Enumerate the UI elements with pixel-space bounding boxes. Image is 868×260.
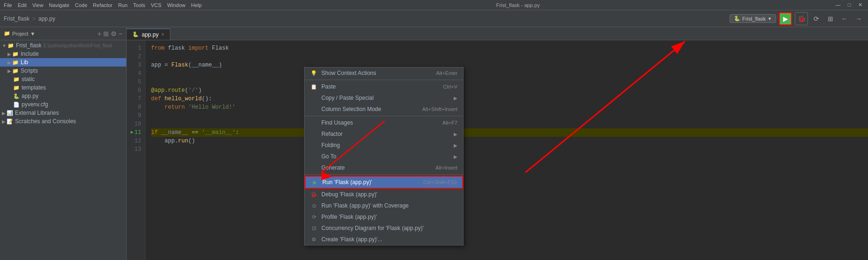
- ctx-show-context-actions[interactable]: 💡 Show Context Actions Alt+Enter: [305, 67, 463, 79]
- line-num-10: 10: [127, 120, 141, 128]
- main-toolbar: Frist_flask > app.py 🐍 Frist_flask ▼ ▶ 🐞…: [0, 10, 868, 27]
- menu-navigate[interactable]: Navigate: [49, 2, 69, 8]
- expand-arrow-scripts: ▶: [8, 68, 11, 74]
- pyvenv-icon: 📄: [13, 102, 20, 108]
- run-config-dropdown-icon: ▼: [768, 16, 772, 21]
- coverage-button[interactable]: ⟳: [811, 13, 822, 24]
- tree-templates[interactable]: 📁 templates: [0, 83, 126, 92]
- settings-icon[interactable]: ⚙: [111, 30, 117, 37]
- toolbar-actions: 🐍 Frist_flask ▼ ▶ 🐞 ⟳ ⊞ ← →: [730, 12, 864, 25]
- ctx-folding[interactable]: Folding ▶: [305, 140, 463, 151]
- tab-bar: 🐍 app.py ×: [127, 27, 868, 40]
- lib-folder-icon: 📁: [12, 59, 19, 66]
- ctx-debug-label: Debug 'Flask (app.py)': [321, 191, 377, 198]
- menu-code[interactable]: Code: [75, 2, 87, 8]
- code-editor[interactable]: 1 2 3 4 5 6 7 8 9 10 ▶11 12 13 from flas…: [127, 40, 868, 260]
- ctx-profile-icon: ⟳: [310, 214, 318, 220]
- profile-button[interactable]: ⊞: [825, 13, 836, 24]
- tree-pyvenv[interactable]: 📄 pyvenv.cfg: [0, 100, 126, 109]
- window-controls[interactable]: — □ ✕: [834, 2, 864, 8]
- breadcrumb-project[interactable]: Frist_flask: [4, 15, 30, 22]
- menu-window[interactable]: Window: [167, 2, 185, 8]
- run-configuration[interactable]: 🐍 Frist_flask ▼: [730, 14, 776, 23]
- forward-button[interactable]: →: [853, 13, 864, 24]
- root-path: E:\python\pythonWork\Frist_flask: [44, 43, 113, 48]
- pyvenv-label: pyvenv.cfg: [22, 101, 48, 108]
- tree-app-py[interactable]: 🐍 app.py: [0, 92, 126, 100]
- ctx-copy-paste-special[interactable]: Copy / Paste Special ▶: [305, 92, 463, 104]
- line-num-1: 1: [127, 44, 141, 52]
- app-py-icon: 🐍: [13, 93, 20, 99]
- ctx-generate[interactable]: Generate Alt+Insert: [305, 162, 463, 173]
- ctx-divider-2: [305, 116, 463, 116]
- debug-button[interactable]: 🐞: [795, 12, 808, 25]
- menu-refactor[interactable]: Refactor: [93, 2, 113, 8]
- line-num-12: 12: [127, 137, 141, 145]
- collapse-all-icon[interactable]: ⊞: [103, 30, 109, 37]
- tree-scratches[interactable]: ▶ 📝 Scratches and Consoles: [0, 117, 126, 126]
- sidebar-actions[interactable]: + ⊞ ⚙ −: [98, 30, 122, 37]
- ctx-debug-flask[interactable]: 🐞 Debug 'Flask (app.py)': [305, 189, 463, 200]
- back-button[interactable]: ←: [839, 13, 850, 24]
- line-num-13: 13: [127, 145, 141, 154]
- sidebar-title-label: Project: [12, 31, 28, 37]
- ctx-copy-paste-arrow: ▶: [454, 96, 457, 101]
- ctx-paste-shortcut: Ctrl+V: [443, 84, 457, 89]
- minimize-sidebar-icon[interactable]: −: [119, 30, 122, 37]
- add-icon[interactable]: +: [98, 30, 101, 37]
- ctx-refactor[interactable]: Refactor ▶: [305, 128, 463, 140]
- tree-static[interactable]: 📁 static: [0, 75, 126, 83]
- window-title: Frist_flask - app.py: [496, 2, 540, 8]
- lib-label: Lib: [21, 59, 28, 66]
- tree-external-libs[interactable]: ▶ 📊 External Libraries: [0, 109, 126, 117]
- code-line-6: @app.route('/'): [151, 86, 868, 95]
- templates-label: templates: [22, 84, 46, 91]
- run-button[interactable]: ▶: [779, 12, 792, 25]
- ctx-goto-label: Go To: [321, 153, 336, 160]
- menu-run[interactable]: Run: [118, 2, 128, 8]
- ctx-concurrency-label: Concurrency Diagram for 'Flask (app.py)': [321, 225, 424, 231]
- tab-label: app.py: [142, 31, 159, 38]
- ctx-refactor-arrow: ▶: [454, 132, 457, 137]
- menu-bar[interactable]: File Edit View Navigate Code Refactor Ru…: [4, 2, 202, 8]
- minimize-button[interactable]: —: [834, 2, 842, 8]
- line-num-3: 3: [127, 61, 141, 69]
- close-button[interactable]: ✕: [857, 2, 864, 8]
- code-line-2: [151, 52, 868, 61]
- main-layout: 📁 Project ▼ + ⊞ ⚙ − ▼ 📁 Frist_flask E:\p…: [0, 27, 868, 260]
- tree-include[interactable]: ▶ 📁 Include: [0, 50, 126, 58]
- ctx-column-label: Column Selection Mode: [321, 106, 381, 112]
- ctx-find-usages[interactable]: Find Usages Alt+F7: [305, 117, 463, 128]
- ctx-run-flask[interactable]: ▶ Run 'Flask (app.py)' Ctrl+Shift+F10: [305, 176, 463, 189]
- tab-app-py[interactable]: 🐍 app.py ×: [127, 29, 170, 40]
- code-line-1: from flask import Flask: [151, 44, 868, 52]
- tree-lib[interactable]: ▶ 📁 Lib: [0, 58, 126, 67]
- tree-scripts[interactable]: ▶ 📁 Scripts: [0, 67, 126, 75]
- ext-lib-icon: 📊: [7, 110, 13, 116]
- ctx-column-selection[interactable]: Column Selection Mode Alt+Shift+Insert: [305, 104, 463, 115]
- ctx-goto[interactable]: Go To ▶: [305, 151, 463, 162]
- menu-file[interactable]: File: [4, 2, 12, 8]
- ctx-create-label: Create 'Flask (app.py)'...: [321, 236, 382, 243]
- code-content[interactable]: from flask import Flask app = Flask(__na…: [145, 40, 868, 260]
- tree-root[interactable]: ▼ 📁 Frist_flask E:\python\pythonWork\Fri…: [0, 41, 126, 50]
- maximize-button[interactable]: □: [845, 2, 853, 8]
- tab-close-button[interactable]: ×: [161, 32, 164, 37]
- sidebar-header: 📁 Project ▼ + ⊞ ⚙ −: [0, 27, 126, 40]
- ctx-concurrency[interactable]: ⊡ Concurrency Diagram for 'Flask (app.py…: [305, 223, 463, 234]
- sidebar-dropdown-icon[interactable]: ▼: [30, 31, 35, 37]
- breadcrumb-file[interactable]: app.py: [38, 15, 55, 22]
- menu-help[interactable]: Help: [191, 2, 202, 8]
- include-label: Include: [21, 51, 39, 57]
- ctx-create-flask[interactable]: ⚙ Create 'Flask (app.py)'...: [305, 234, 463, 245]
- menu-edit[interactable]: Edit: [18, 2, 27, 8]
- ctx-profile-flask[interactable]: ⟳ Profile 'Flask (app.py)': [305, 211, 463, 223]
- ctx-run-coverage[interactable]: ⊙ Run 'Flask (app.py)' with Coverage: [305, 200, 463, 211]
- root-folder-icon: 📁: [8, 43, 14, 49]
- menu-tools[interactable]: Tools: [133, 2, 145, 8]
- expand-arrow-root: ▼: [2, 43, 7, 48]
- menu-view[interactable]: View: [32, 2, 44, 8]
- menu-vcs[interactable]: VCS: [151, 2, 162, 8]
- ctx-paste[interactable]: 📋 Paste Ctrl+V: [305, 81, 463, 92]
- ctx-goto-arrow: ▶: [454, 154, 457, 159]
